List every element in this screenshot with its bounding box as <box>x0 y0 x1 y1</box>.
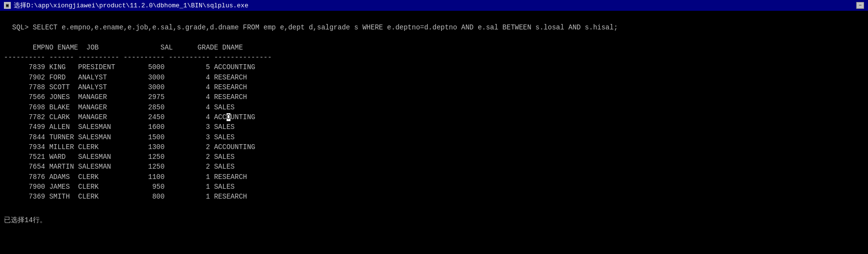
title-bar: ▣ 选择D:\app\xiongjiawei\product\11.2.0\db… <box>0 0 868 11</box>
cursor: O <box>227 113 230 121</box>
col-header: EMPNO ENAME JOB SAL GRADE DNAME <box>12 44 243 51</box>
data-row-5: 7782 CLARK MANAGER 2450 4 ACCOUNTING <box>4 113 255 121</box>
data-row-12: 7900 JAMES CLERK 950 1 SALES <box>4 183 234 191</box>
sql-prompt-line: SQL> SELECT e.empno,e.ename,e.job,e.sal,… <box>12 24 618 31</box>
footer-area: 已选择14行。 <box>0 214 868 227</box>
data-row-1: 7902 FORD ANALYST 3000 4 RESEARCH <box>4 74 247 81</box>
data-row-8: 7934 MILLER CLERK 1300 2 ACCOUNTING <box>4 143 255 151</box>
data-row-7: 7844 TURNER SALESMAN 1500 3 SALES <box>4 133 234 141</box>
data-row-10: 7654 MARTIN SALESMAN 1250 2 SALES <box>4 163 234 171</box>
console-area: SQL> SELECT e.empno,e.ename,e.job,e.sal,… <box>0 11 868 214</box>
data-row-0: 7839 KING PRESIDENT 5000 5 ACCOUNTING <box>4 63 255 71</box>
minimize-button[interactable]: − <box>856 2 864 9</box>
col-separator: ---------- ------ ---------- ---------- … <box>4 53 272 61</box>
data-row-9: 7521 WARD SALESMAN 1250 2 SALES <box>4 153 234 161</box>
data-row-4: 7698 BLAKE MANAGER 2850 4 SALES <box>4 103 234 111</box>
data-row-3: 7566 JONES MANAGER 2975 4 RESEARCH <box>4 93 247 101</box>
data-row-11: 7876 ADAMS CLERK 1100 1 RESEARCH <box>4 173 247 181</box>
data-row-13: 7369 SMITH CLERK 800 1 RESEARCH <box>4 193 247 201</box>
title-bar-title: 选择D:\app\xiongjiawei\product\11.2.0\dbho… <box>14 1 248 10</box>
title-bar-icon: ▣ <box>4 2 11 9</box>
data-row-2: 7788 SCOTT ANALYST 3000 4 RESEARCH <box>4 83 247 91</box>
data-row-6: 7499 ALLEN SALESMAN 1600 3 SALES <box>4 123 234 131</box>
